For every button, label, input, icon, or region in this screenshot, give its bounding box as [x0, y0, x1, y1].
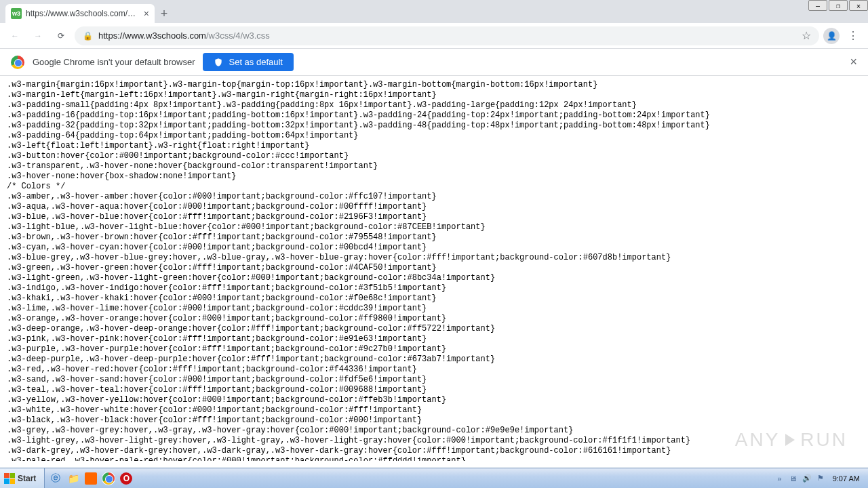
infobar-message: Google Chrome isn't your default browser — [33, 57, 195, 67]
shield-icon — [214, 58, 223, 67]
opera-icon[interactable]: O — [118, 470, 134, 487]
flag-icon[interactable]: ⚑ — [815, 473, 826, 484]
ie-icon[interactable]: ⓔ — [47, 470, 64, 487]
profile-button[interactable]: 👤 — [823, 28, 840, 44]
css-source-view[interactable]: .w3-margin{margin:16px!important}.w3-mar… — [0, 76, 868, 461]
reload-button[interactable]: ⟳ — [52, 26, 71, 45]
infobar-close-icon[interactable]: × — [850, 55, 857, 69]
menu-button[interactable]: ⋮ — [844, 29, 863, 42]
set-default-button[interactable]: Set as default — [203, 53, 294, 71]
back-button[interactable]: ← — [5, 26, 24, 45]
taskbar-clock[interactable]: 9:07 AM — [829, 474, 864, 483]
app-icon[interactable] — [83, 470, 99, 487]
maximize-button[interactable]: ❐ — [829, 0, 848, 11]
favicon-icon: w3 — [11, 8, 22, 19]
browser-toolbar: ← → ⟳ 🔒 https://www.w3schools.com/w3css/… — [0, 23, 868, 49]
lock-icon: 🔒 — [83, 31, 93, 41]
start-button[interactable]: Start — [0, 468, 45, 489]
address-bar[interactable]: 🔒 https://www.w3schools.com/w3css/4/w3.c… — [75, 26, 819, 45]
tab-title: https://www.w3schools.com/w3css/ — [26, 9, 140, 18]
chrome-icon — [11, 56, 24, 69]
tab-strip: w3 https://www.w3schools.com/w3css/ × + — [0, 0, 868, 23]
url-text: https://www.w3schools.com/w3css/4/w3.css — [98, 30, 270, 41]
close-tab-icon[interactable]: × — [144, 8, 149, 19]
default-browser-infobar: Google Chrome isn't your default browser… — [0, 49, 868, 76]
bookmark-star-icon[interactable]: ☆ — [802, 29, 811, 42]
network-icon[interactable]: 🖥 — [788, 473, 799, 484]
close-window-button[interactable]: ✕ — [849, 0, 868, 11]
forward-button[interactable]: → — [28, 26, 47, 45]
quick-launch: ⓔ 📁 O — [45, 470, 134, 487]
browser-tab[interactable]: w3 https://www.w3schools.com/w3css/ × — [5, 4, 155, 23]
system-tray: » 🖥 🔊 ⚑ 9:07 AM — [774, 473, 868, 484]
new-tab-button[interactable]: + — [155, 4, 174, 23]
tray-expand-icon[interactable]: » — [774, 473, 785, 484]
windows-logo-icon — [4, 473, 15, 484]
minimize-button[interactable]: — — [808, 0, 827, 11]
volume-icon[interactable]: 🔊 — [802, 473, 812, 484]
windows-taskbar: Start ⓔ 📁 O » 🖥 🔊 ⚑ 9:07 AM — [0, 468, 868, 488]
chrome-taskbar-icon[interactable] — [100, 470, 117, 487]
explorer-icon[interactable]: 📁 — [65, 470, 81, 487]
window-controls: — ❐ ✕ — [807, 0, 868, 11]
